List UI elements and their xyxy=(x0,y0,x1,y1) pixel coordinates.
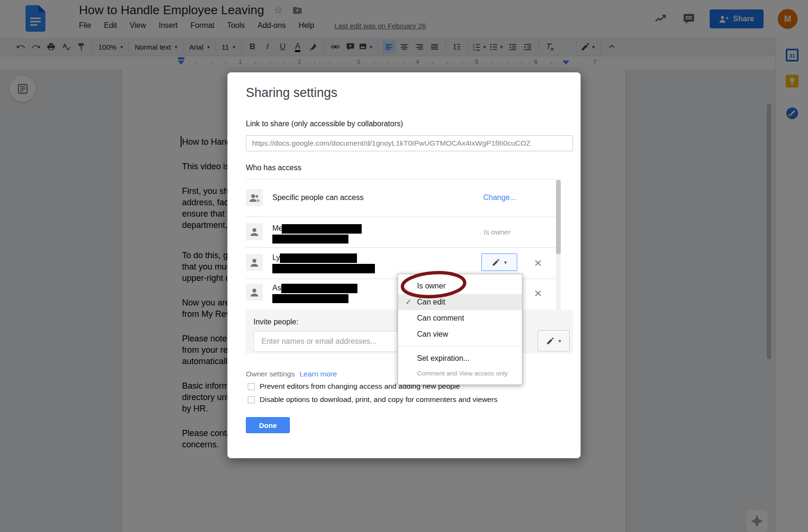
redaction-bar xyxy=(280,253,357,263)
menu-divider xyxy=(398,346,522,347)
google-docs-window: How to Handle Employee Leaving ☆ File Ed… xyxy=(0,0,808,532)
people-icon xyxy=(246,189,263,206)
dialog-scrollbar[interactable] xyxy=(556,180,561,310)
share-link-input[interactable] xyxy=(246,135,573,151)
person-icon xyxy=(246,254,263,271)
change-access-link[interactable]: Change... xyxy=(483,193,516,202)
link-to-share-label: Link to share (only accessible by collab… xyxy=(246,120,403,128)
pencil-icon xyxy=(492,258,500,267)
divider xyxy=(246,247,556,248)
who-has-access-label: Who has access xyxy=(246,164,301,172)
caret-down-icon: ▾ xyxy=(504,259,507,266)
sharing-settings-dialog: Sharing settings Link to share (only acc… xyxy=(227,72,581,458)
person-icon xyxy=(246,284,263,301)
redaction-bar xyxy=(272,294,348,303)
person-icon xyxy=(246,223,263,240)
access-summary-label: Specific people can access xyxy=(272,193,364,202)
pencil-icon xyxy=(546,337,555,345)
owner-settings-label: Owner settings xyxy=(246,370,295,378)
disable-download-checkbox[interactable] xyxy=(248,396,255,403)
menu-item-is-owner[interactable]: Is owner xyxy=(398,278,522,294)
remove-collaborator-button[interactable]: × xyxy=(532,287,544,298)
menu-item-can-view[interactable]: Can view xyxy=(398,326,522,342)
disable-download-label: Disable options to download, print, and … xyxy=(260,395,497,404)
menu-footer-note: Comment and View access only xyxy=(398,366,522,381)
permission-dropdown-button[interactable]: ▾ xyxy=(481,253,517,271)
menu-item-set-expiration[interactable]: Set expiration... xyxy=(398,350,522,366)
caret-down-icon: ▾ xyxy=(558,338,561,344)
remove-collaborator-button[interactable]: × xyxy=(532,257,544,268)
redaction-bar xyxy=(272,264,375,273)
invite-permission-button[interactable]: ▾ xyxy=(538,330,570,351)
menu-item-can-comment[interactable]: Can comment xyxy=(398,310,522,326)
dialog-title: Sharing settings xyxy=(246,86,338,100)
learn-more-link[interactable]: Learn more xyxy=(299,370,337,378)
prevent-editors-checkbox[interactable] xyxy=(248,383,255,390)
checkmark-icon: ✓ xyxy=(403,294,414,310)
redaction-bar xyxy=(282,224,362,234)
redaction-bar xyxy=(272,235,348,244)
menu-item-can-edit[interactable]: ✓ Can edit xyxy=(398,294,522,310)
owner-role-label: Is owner xyxy=(484,228,511,236)
invite-people-label: Invite people: xyxy=(253,318,298,326)
divider xyxy=(246,217,556,217)
dialog-scrollbar-thumb[interactable] xyxy=(556,180,561,254)
permission-menu: Is owner ✓ Can edit Can comment Can view… xyxy=(398,274,522,385)
collaborator-name: Ly xyxy=(272,253,280,262)
collaborator-name: Me xyxy=(272,224,283,233)
done-button[interactable]: Done xyxy=(246,417,290,433)
divider xyxy=(246,179,556,179)
collaborator-name: As xyxy=(272,284,281,292)
redaction-bar xyxy=(281,284,357,293)
